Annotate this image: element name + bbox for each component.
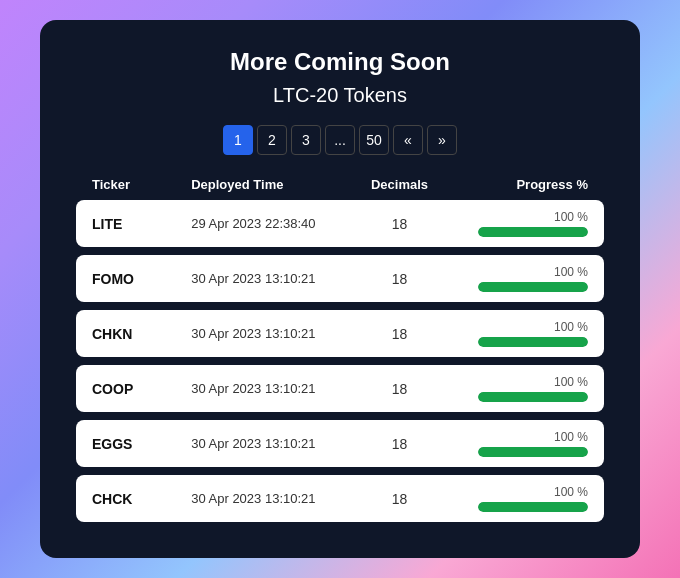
progress-bar-bg	[478, 447, 588, 457]
deployed-cell: 30 Apr 2023 13:10:21	[191, 491, 350, 506]
decimals-cell: 18	[350, 491, 449, 507]
progress-cell: 100 %	[449, 265, 588, 292]
col-progress: Progress %	[449, 177, 588, 192]
progress-bar-bg	[478, 337, 588, 347]
table-row: COOP 30 Apr 2023 13:10:21 18 100 %	[76, 365, 604, 412]
main-card: More Coming Soon LTC-20 Tokens 123...50«…	[40, 20, 640, 558]
pagination-page-...[interactable]: ...	[325, 125, 355, 155]
deployed-cell: 29 Apr 2023 22:38:40	[191, 216, 350, 231]
deployed-cell: 30 Apr 2023 13:10:21	[191, 326, 350, 341]
page-subtitle: LTC-20 Tokens	[76, 84, 604, 107]
pagination: 123...50« »	[76, 125, 604, 155]
pagination-page-3[interactable]: 3	[291, 125, 321, 155]
progress-label: 100 %	[554, 210, 588, 224]
deployed-cell: 30 Apr 2023 13:10:21	[191, 381, 350, 396]
table-header: Ticker Deployed Time Decimals Progress %	[76, 177, 604, 200]
progress-label: 100 %	[554, 430, 588, 444]
decimals-cell: 18	[350, 271, 449, 287]
progress-bar-bg	[478, 502, 588, 512]
ticker-cell: CHCK	[92, 491, 191, 507]
pagination-page-1[interactable]: 1	[223, 125, 253, 155]
table-row: FOMO 30 Apr 2023 13:10:21 18 100 %	[76, 255, 604, 302]
deployed-cell: 30 Apr 2023 13:10:21	[191, 271, 350, 286]
table-body: LITE 29 Apr 2023 22:38:40 18 100 % FOMO …	[76, 200, 604, 522]
table-row: CHCK 30 Apr 2023 13:10:21 18 100 %	[76, 475, 604, 522]
progress-label: 100 %	[554, 320, 588, 334]
progress-bar-fill	[478, 337, 588, 347]
decimals-cell: 18	[350, 216, 449, 232]
table-row: LITE 29 Apr 2023 22:38:40 18 100 %	[76, 200, 604, 247]
table-row: CHKN 30 Apr 2023 13:10:21 18 100 %	[76, 310, 604, 357]
progress-cell: 100 %	[449, 430, 588, 457]
col-deployed: Deployed Time	[191, 177, 350, 192]
ticker-cell: COOP	[92, 381, 191, 397]
pagination-next[interactable]: »	[427, 125, 457, 155]
progress-label: 100 %	[554, 265, 588, 279]
progress-bar-fill	[478, 447, 588, 457]
progress-label: 100 %	[554, 375, 588, 389]
page-title: More Coming Soon	[76, 48, 604, 76]
ticker-cell: FOMO	[92, 271, 191, 287]
col-ticker: Ticker	[92, 177, 191, 192]
decimals-cell: 18	[350, 436, 449, 452]
progress-bar-bg	[478, 282, 588, 292]
deployed-cell: 30 Apr 2023 13:10:21	[191, 436, 350, 451]
progress-bar-fill	[478, 502, 588, 512]
progress-cell: 100 %	[449, 320, 588, 347]
pagination-page-50[interactable]: 50	[359, 125, 389, 155]
decimals-cell: 18	[350, 381, 449, 397]
progress-bar-bg	[478, 392, 588, 402]
pagination-page-2[interactable]: 2	[257, 125, 287, 155]
progress-bar-fill	[478, 282, 588, 292]
progress-cell: 100 %	[449, 485, 588, 512]
col-decimals: Decimals	[350, 177, 449, 192]
progress-label: 100 %	[554, 485, 588, 499]
progress-bar-bg	[478, 227, 588, 237]
ticker-cell: EGGS	[92, 436, 191, 452]
progress-cell: 100 %	[449, 210, 588, 237]
ticker-cell: CHKN	[92, 326, 191, 342]
table-row: EGGS 30 Apr 2023 13:10:21 18 100 %	[76, 420, 604, 467]
progress-cell: 100 %	[449, 375, 588, 402]
ticker-cell: LITE	[92, 216, 191, 232]
pagination-prev[interactable]: «	[393, 125, 423, 155]
progress-bar-fill	[478, 392, 588, 402]
progress-bar-fill	[478, 227, 588, 237]
decimals-cell: 18	[350, 326, 449, 342]
